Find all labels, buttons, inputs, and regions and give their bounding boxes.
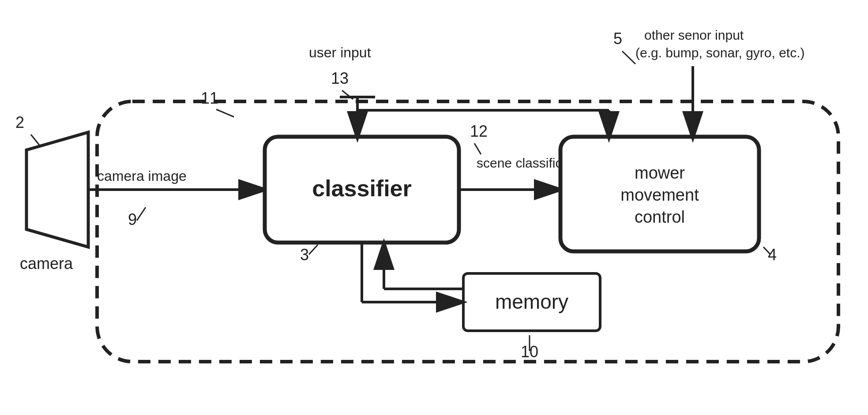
label-13: 13	[331, 69, 349, 87]
svg-line-7	[474, 143, 481, 154]
svg-line-22	[216, 109, 234, 117]
mower-control-label-line2: movement	[620, 186, 699, 204]
label-5: 5	[613, 30, 622, 48]
label-9: 9	[128, 210, 137, 228]
memory-label: memory	[495, 290, 568, 313]
svg-line-23	[622, 51, 635, 64]
mower-control-label-line1: mower	[635, 164, 685, 182]
svg-marker-1	[26, 132, 88, 247]
label-2: 2	[15, 113, 24, 131]
svg-line-2	[31, 135, 40, 146]
camera-label: camera	[20, 254, 73, 273]
label-12: 12	[470, 122, 488, 140]
label-4: 4	[768, 246, 777, 264]
camera-image-label: camera image	[97, 168, 187, 184]
svg-line-6	[309, 245, 318, 254]
other-sensor-label-line1: other senor input	[644, 28, 744, 42]
classifier-label: classifier	[312, 176, 412, 201]
label-3: 3	[300, 246, 309, 264]
diagram: camera 2 camera image 9 classifier 3 12 …	[0, 0, 868, 415]
other-sensor-label-line2: (e.g. bump, sonar, gyro, etc.)	[635, 45, 805, 60]
label-11: 11	[201, 89, 218, 107]
svg-line-4	[137, 207, 146, 221]
mower-control-label-line3: control	[635, 208, 685, 226]
user-input-label: user input	[309, 45, 371, 60]
